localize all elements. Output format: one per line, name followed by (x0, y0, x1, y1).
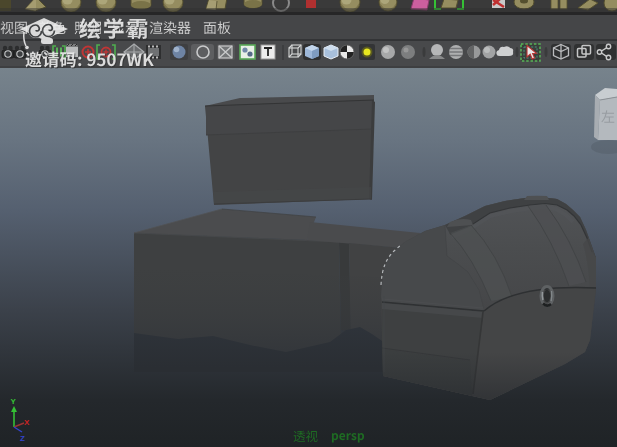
svg-text:X: X (24, 418, 30, 427)
svg-text:Z: Z (20, 434, 25, 443)
svg-text:Y: Y (11, 397, 17, 406)
